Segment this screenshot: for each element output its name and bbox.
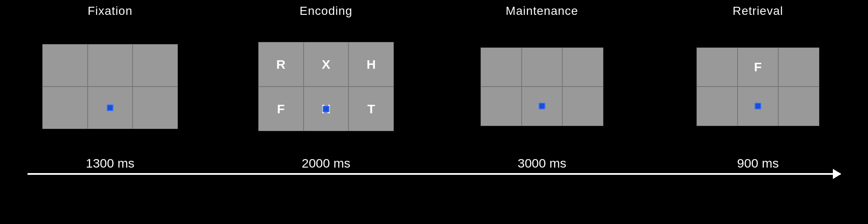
grid-cell <box>522 48 563 87</box>
encoding-center-cell: N <box>304 87 349 131</box>
phase-encoding: Encoding R X H F N <box>218 4 434 171</box>
grid-cell <box>42 44 88 87</box>
fixation-time: 1300 ms <box>86 156 134 171</box>
timeline-arrow <box>28 173 840 175</box>
grid-cell <box>133 87 178 129</box>
maintenance-time: 3000 ms <box>517 156 566 171</box>
grid-cell <box>562 48 603 87</box>
blue-dot <box>539 103 545 109</box>
letter-F-retrieval: F <box>754 60 762 74</box>
timeline-row <box>15 173 853 175</box>
retrieval-screen: F <box>665 23 851 150</box>
grid-cell <box>778 48 819 87</box>
phases-row: Fixation 1300 ms Encoding <box>0 0 868 171</box>
retrieval-grid: F <box>697 48 819 126</box>
letter-F: F <box>277 102 285 116</box>
grid-cell <box>697 87 738 126</box>
encoding-grid: R X H F N T <box>258 42 394 131</box>
fixation-title: Fixation <box>88 4 133 18</box>
grid-cell: F <box>738 48 779 87</box>
grid-cell: F <box>258 87 304 131</box>
letter-T: T <box>367 102 375 116</box>
maintenance-title: Maintenance <box>506 4 578 18</box>
letter-R: R <box>276 57 285 72</box>
grid-cell <box>88 44 133 87</box>
grid-cell <box>481 87 522 126</box>
grid-cell <box>562 87 603 126</box>
main-container: Fixation 1300 ms Encoding <box>0 0 868 224</box>
blue-dot <box>107 104 113 111</box>
maintenance-grid <box>481 48 603 126</box>
encoding-title: Encoding <box>300 4 353 18</box>
phase-retrieval: Retrieval F 900 ms <box>650 4 866 171</box>
grid-cell: H <box>348 42 394 87</box>
grid-cell: X <box>304 42 349 87</box>
retrieval-center-cell <box>738 87 779 126</box>
fixation-grid <box>42 44 178 129</box>
letter-H: H <box>367 57 376 72</box>
blue-dot <box>323 106 329 112</box>
grid-cell: T <box>348 87 394 131</box>
grid-cell <box>778 87 819 126</box>
retrieval-time: 900 ms <box>737 156 779 171</box>
grid-cell <box>697 48 738 87</box>
maintenance-center-cell <box>522 87 563 126</box>
grid-cell <box>133 44 178 87</box>
blue-dot <box>755 103 761 109</box>
grid-cell <box>42 87 88 129</box>
fixation-center-cell <box>88 87 133 129</box>
maintenance-screen <box>449 23 635 150</box>
retrieval-title: Retrieval <box>733 4 783 18</box>
phase-maintenance: Maintenance 3000 ms <box>434 4 650 171</box>
grid-cell <box>481 48 522 87</box>
fixation-screen <box>17 23 203 150</box>
letter-X: X <box>322 57 330 72</box>
encoding-time: 2000 ms <box>301 156 350 171</box>
grid-cell: R <box>258 42 304 87</box>
phase-fixation: Fixation 1300 ms <box>2 4 218 171</box>
encoding-screen: R X H F N T <box>233 23 419 150</box>
